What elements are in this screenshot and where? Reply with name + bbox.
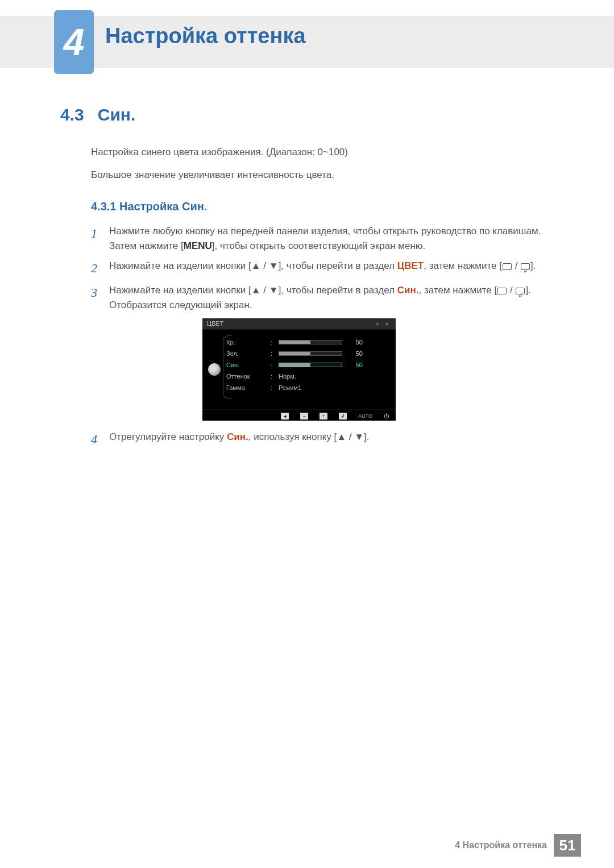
osd-value: 50: [347, 362, 363, 368]
osd-label-tone: Оттенок: [226, 371, 271, 382]
osd-labels: Кр. Зел. Син. Оттенок Гамма: [226, 330, 271, 409]
slider-bar: [279, 351, 342, 356]
text: ].: [364, 431, 369, 442]
osd-footer: ◂ − + ↲ AUTO ⏻: [202, 409, 396, 422]
section-title: Син.: [98, 105, 136, 124]
text: Отрегулируйте настройку: [109, 431, 227, 442]
page-footer: 4 Настройка оттенка 51: [455, 834, 581, 857]
osd-title-icons: ◂ ●: [375, 320, 391, 327]
power-icon: ⏻: [384, 413, 389, 419]
osd-row-selected: :50: [271, 359, 390, 371]
osd-row: :Норм.: [271, 371, 390, 382]
steps-list: 1 Нажмите любую кнопку на передней панел…: [91, 224, 557, 318]
auto-label: AUTO: [358, 413, 372, 419]
text: , затем нажмите [: [424, 260, 502, 271]
osd-label-red: Кр.: [226, 337, 271, 348]
slider-bar: [279, 340, 342, 344]
intro-paragraph-2: Большое значение увеличивает интенсивнос…: [91, 169, 334, 181]
osd-row: :50: [271, 348, 390, 359]
text: Нажимайте на изделии кнопки [: [109, 260, 251, 271]
slider-bar: [279, 363, 342, 367]
step-body: Нажмите любую кнопку на передней панели …: [109, 224, 557, 253]
chapter-title: Настройка оттенка: [105, 24, 306, 48]
osd-value: 50: [347, 350, 363, 357]
osd-text-value: Режим1: [279, 384, 301, 391]
updown-icon: ▲ / ▼: [337, 431, 364, 442]
text: ].: [530, 260, 536, 271]
text: ], чтобы перейти в раздел: [279, 285, 397, 296]
step-number: 2: [91, 259, 100, 277]
footer-chapter-label: 4 Настройка оттенка: [455, 840, 547, 850]
minus-icon: −: [300, 413, 308, 420]
updown-icon: ▲ / ▼: [251, 260, 279, 271]
osd-menu: ЦВЕТ ◂ ● Кр. Зел. Син. Оттенок Гамма :50…: [202, 318, 396, 421]
text: , затем нажмите [: [419, 285, 497, 296]
keyword-blue: Син.: [227, 431, 248, 442]
enter-icon: ↲: [339, 413, 347, 420]
keyword-blue: Син.: [397, 285, 419, 296]
text: Нажимайте на изделии кнопки [: [109, 285, 251, 296]
enter-icon: [516, 288, 525, 294]
text: ], чтобы перейти в раздел: [279, 260, 397, 271]
back-icon: ◂: [281, 413, 289, 420]
step-body: Отрегулируйте настройку Син., используя …: [109, 430, 557, 448]
keyword-color: ЦВЕТ: [397, 260, 424, 271]
osd-text-value: Норм.: [279, 373, 296, 380]
text: ], чтобы открыть соответствующий экран м…: [212, 240, 425, 251]
chapter-number-badge: 4: [54, 10, 94, 74]
osd-row: :50: [271, 337, 390, 348]
osd-title: ЦВЕТ: [207, 320, 224, 327]
osd-body: Кр. Зел. Син. Оттенок Гамма :50 :50 :50 …: [202, 330, 396, 409]
source-icon: [503, 263, 512, 270]
osd-titlebar: ЦВЕТ ◂ ●: [202, 318, 396, 330]
page-number: 51: [554, 834, 581, 857]
osd-row: :Режим1: [271, 382, 390, 393]
source-icon: [497, 288, 507, 294]
menu-keyword: MENU: [184, 240, 212, 251]
step-body: Нажимайте на изделии кнопки [▲ / ▼], что…: [109, 283, 557, 312]
step-body: Нажимайте на изделии кнопки [▲ / ▼], что…: [109, 259, 557, 277]
section-heading: 4.3 Син.: [60, 105, 135, 124]
osd-label-green: Зел.: [226, 348, 271, 359]
osd-label-gamma: Гамма: [226, 382, 271, 393]
osd-label-blue: Син.: [226, 359, 271, 371]
step-2: 2 Нажимайте на изделии кнопки [▲ / ▼], ч…: [91, 259, 557, 277]
section-number: 4.3: [60, 105, 84, 124]
step-1: 1 Нажмите любую кнопку на передней панел…: [91, 224, 557, 253]
plus-icon: +: [320, 413, 327, 420]
step-3: 3 Нажимайте на изделии кнопки [▲ / ▼], ч…: [91, 283, 557, 312]
updown-icon: ▲ / ▼: [251, 285, 279, 296]
step-number: 1: [91, 224, 100, 253]
enter-icon: [521, 263, 530, 270]
text: , используя кнопку [: [248, 431, 337, 442]
step-number: 3: [91, 283, 100, 312]
osd-values: :50 :50 :50 :Норм. :Режим1: [271, 330, 396, 409]
step-number: 4: [91, 430, 100, 448]
intro-paragraph-1: Настройка синего цвета изображения. (Диа…: [91, 147, 348, 158]
osd-value: 50: [347, 339, 363, 346]
palette-icon: [208, 363, 221, 376]
step-4: 4 Отрегулируйте настройку Син., использу…: [91, 430, 557, 454]
subsection-heading: 4.3.1 Настройка Син.: [91, 200, 207, 213]
